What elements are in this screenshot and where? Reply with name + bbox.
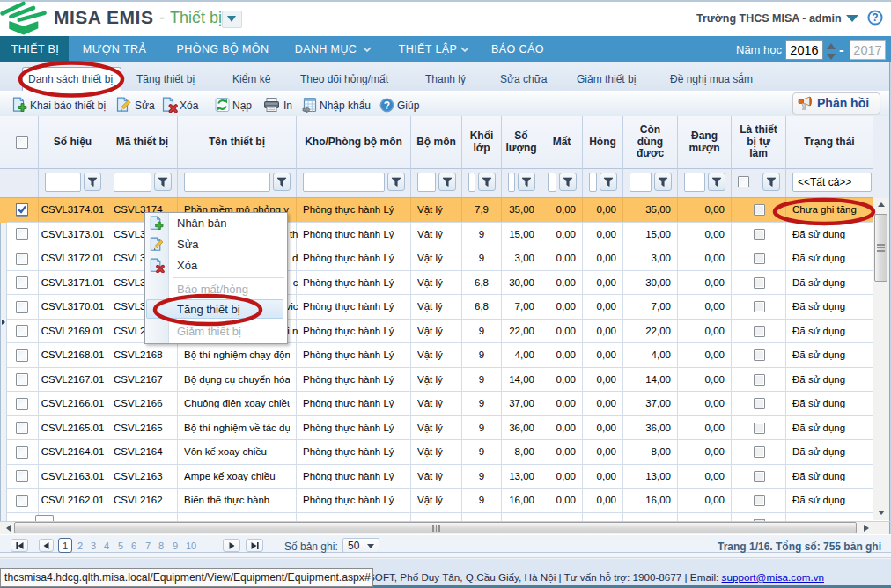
svg-text:?: ? [872, 11, 878, 24]
svg-text:?: ? [384, 99, 390, 112]
